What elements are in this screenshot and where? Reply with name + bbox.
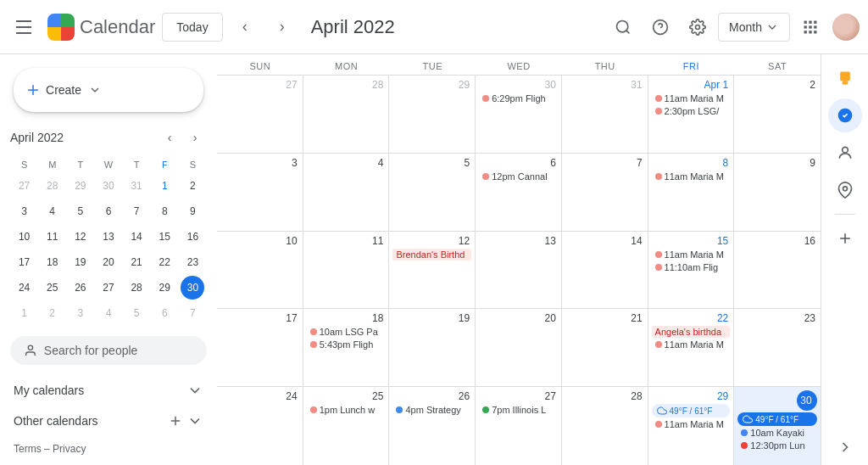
- search-button[interactable]: [606, 10, 640, 44]
- event-apr12-birthday[interactable]: Brendan's Birthd: [392, 249, 471, 261]
- mini-day-7-next[interactable]: 7: [181, 301, 204, 325]
- prev-month-button[interactable]: ‹: [230, 12, 260, 42]
- event-apr22-2[interactable]: 11am Maria M: [652, 339, 731, 350]
- mini-day-14[interactable]: 14: [125, 225, 148, 249]
- mini-next-button[interactable]: ›: [183, 126, 207, 149]
- mini-day-27-prev[interactable]: 27: [13, 174, 36, 198]
- cell-mar30[interactable]: 30 6:29pm Fligh: [476, 76, 562, 153]
- mini-day-27[interactable]: 27: [97, 276, 120, 300]
- mini-day-31-prev[interactable]: 31: [125, 174, 148, 198]
- mini-day-30-today[interactable]: 30: [181, 276, 204, 300]
- mini-day-16[interactable]: 16: [181, 225, 204, 249]
- mini-day-4[interactable]: 4: [41, 199, 64, 223]
- mini-day-18[interactable]: 18: [41, 250, 64, 274]
- cell-apr30[interactable]: 30 49°F / 61°F 10am Kayaki 12:30pm Lun: [734, 387, 821, 465]
- search-people[interactable]: [10, 336, 207, 365]
- cell-apr6[interactable]: 6 12pm Cannal: [476, 154, 562, 231]
- cell-mar29[interactable]: 29: [389, 76, 476, 153]
- event-apr29-1[interactable]: 11am Maria M: [652, 418, 731, 430]
- event-apr30-2[interactable]: 12:30pm Lun: [737, 440, 817, 451]
- cell-apr29[interactable]: 29 49°F / 61°F 11am Maria M: [648, 387, 735, 465]
- event-apr27-1[interactable]: 7pm Illinois L: [479, 404, 558, 416]
- mini-day-22[interactable]: 22: [153, 250, 176, 274]
- cell-apr21[interactable]: 21: [562, 309, 648, 386]
- cell-apr10[interactable]: 10: [217, 232, 303, 309]
- cell-apr14[interactable]: 14: [562, 232, 648, 309]
- settings-button[interactable]: [681, 10, 715, 44]
- mini-day-17[interactable]: 17: [13, 250, 36, 274]
- weather-apr29[interactable]: 49°F / 61°F: [652, 404, 731, 417]
- event-apr26-1[interactable]: 4pm Strategy: [392, 404, 471, 416]
- mini-day-2-next[interactable]: 2: [41, 301, 64, 325]
- mini-day-4-next[interactable]: 4: [97, 301, 120, 325]
- add-icon[interactable]: [168, 413, 183, 429]
- cell-mar28[interactable]: 28: [303, 76, 390, 153]
- other-calendars-header[interactable]: Other calendars: [10, 406, 207, 436]
- help-button[interactable]: [643, 10, 677, 44]
- cell-apr26[interactable]: 26 4pm Strategy: [389, 387, 476, 465]
- my-calendars-header[interactable]: My calendars: [10, 375, 207, 406]
- event-apr25-1[interactable]: 1pm Lunch w: [307, 404, 386, 416]
- mini-day-29-prev[interactable]: 29: [69, 174, 92, 198]
- mini-day-6[interactable]: 6: [97, 199, 120, 223]
- cell-apr15[interactable]: 15 11am Maria M 11:10am Flig: [648, 232, 735, 309]
- cell-apr13[interactable]: 13: [476, 232, 562, 309]
- mini-day-21[interactable]: 21: [125, 250, 148, 274]
- add-panel-button[interactable]: [828, 221, 862, 255]
- cell-apr17[interactable]: 17: [217, 309, 303, 386]
- mini-day-10[interactable]: 10: [13, 225, 36, 249]
- mini-prev-button[interactable]: ‹: [158, 126, 181, 149]
- app-logo[interactable]: Calendar: [47, 14, 155, 41]
- event-apr15-2[interactable]: 11:10am Flig: [652, 261, 731, 273]
- mini-day-24[interactable]: 24: [13, 276, 36, 300]
- cell-apr16[interactable]: 16: [734, 232, 821, 309]
- cell-apr23[interactable]: 23: [734, 309, 821, 386]
- mini-day-15[interactable]: 15: [153, 225, 176, 249]
- mini-day-12[interactable]: 12: [69, 225, 92, 249]
- event-apr1-2[interactable]: 2:30pm LSG/: [652, 105, 731, 117]
- cell-apr2[interactable]: 2: [734, 76, 821, 153]
- mini-day-8[interactable]: 8: [153, 199, 176, 223]
- mini-day-9[interactable]: 9: [181, 199, 204, 223]
- cell-apr5[interactable]: 5: [389, 154, 476, 231]
- cell-apr25[interactable]: 25 1pm Lunch w: [303, 387, 390, 465]
- cell-mar27[interactable]: 27: [217, 76, 303, 153]
- terms-link[interactable]: Terms: [14, 443, 42, 455]
- next-month-button[interactable]: ›: [267, 12, 298, 42]
- mini-day-6-next[interactable]: 6: [153, 301, 176, 325]
- event-apr30-1[interactable]: 10am Kayaki: [737, 427, 817, 439]
- mini-day-23[interactable]: 23: [181, 250, 204, 274]
- maps-button[interactable]: [828, 173, 862, 207]
- search-people-input[interactable]: [44, 344, 193, 357]
- event-apr6-1[interactable]: 12pm Cannal: [479, 171, 558, 182]
- cell-apr20[interactable]: 20: [476, 309, 562, 386]
- event-mar30-1[interactable]: 6:29pm Fligh: [479, 92, 558, 104]
- cell-apr12[interactable]: 12 Brendan's Birthd: [389, 232, 476, 309]
- cell-apr18[interactable]: 18 10am LSG Pa 5:43pm Fligh: [303, 309, 390, 386]
- cell-apr19[interactable]: 19: [389, 309, 476, 386]
- cell-apr9[interactable]: 9: [734, 154, 821, 231]
- mini-day-3[interactable]: 3: [13, 199, 36, 223]
- event-apr8-1[interactable]: 11am Maria M: [652, 171, 731, 182]
- mini-day-28[interactable]: 28: [125, 276, 148, 300]
- mini-day-13[interactable]: 13: [97, 225, 120, 249]
- mini-day-25[interactable]: 25: [41, 276, 64, 300]
- cell-apr7[interactable]: 7: [562, 154, 648, 231]
- weather-apr30[interactable]: 49°F / 61°F: [737, 412, 817, 426]
- mini-day-11[interactable]: 11: [41, 225, 64, 249]
- mini-cal-title[interactable]: April 2022: [10, 131, 64, 144]
- view-select[interactable]: Month: [718, 13, 790, 42]
- cell-apr11[interactable]: 11: [303, 232, 390, 309]
- cell-mar31[interactable]: 31: [562, 76, 648, 153]
- create-button[interactable]: + Create: [14, 68, 203, 112]
- cell-apr4[interactable]: 4: [303, 154, 390, 231]
- menu-button[interactable]: [7, 10, 41, 44]
- keep-button[interactable]: [828, 61, 862, 95]
- mini-day-28-prev[interactable]: 28: [41, 174, 64, 198]
- mini-day-26[interactable]: 26: [69, 276, 92, 300]
- apps-button[interactable]: [793, 10, 827, 44]
- cell-apr3[interactable]: 3: [217, 154, 303, 231]
- tasks-button[interactable]: [828, 98, 862, 132]
- mini-day-3-next[interactable]: 3: [69, 301, 92, 325]
- event-apr18-1[interactable]: 10am LSG Pa: [307, 326, 386, 338]
